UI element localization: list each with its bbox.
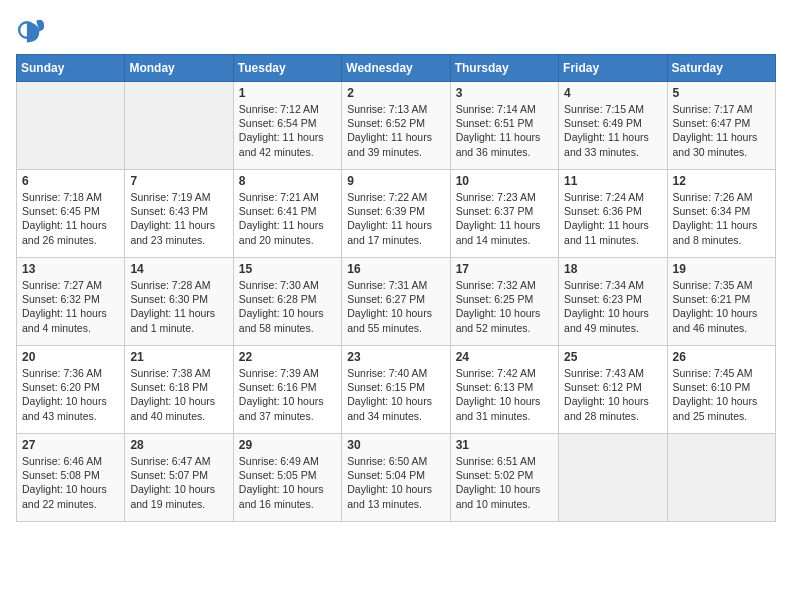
cell-details: Sunrise: 7:28 AM Sunset: 6:30 PM Dayligh… (130, 278, 227, 335)
week-row-5: 27Sunrise: 6:46 AM Sunset: 5:08 PM Dayli… (17, 434, 776, 522)
calendar-body: 1Sunrise: 7:12 AM Sunset: 6:54 PM Daylig… (17, 82, 776, 522)
calendar-cell: 15Sunrise: 7:30 AM Sunset: 6:28 PM Dayli… (233, 258, 341, 346)
calendar-cell: 23Sunrise: 7:40 AM Sunset: 6:15 PM Dayli… (342, 346, 450, 434)
day-header-wednesday: Wednesday (342, 55, 450, 82)
calendar-cell: 29Sunrise: 6:49 AM Sunset: 5:05 PM Dayli… (233, 434, 341, 522)
calendar-cell: 4Sunrise: 7:15 AM Sunset: 6:49 PM Daylig… (559, 82, 667, 170)
cell-details: Sunrise: 7:35 AM Sunset: 6:21 PM Dayligh… (673, 278, 770, 335)
cell-details: Sunrise: 6:51 AM Sunset: 5:02 PM Dayligh… (456, 454, 553, 511)
cell-details: Sunrise: 6:50 AM Sunset: 5:04 PM Dayligh… (347, 454, 444, 511)
cell-details: Sunrise: 7:45 AM Sunset: 6:10 PM Dayligh… (673, 366, 770, 423)
day-number: 11 (564, 174, 661, 188)
day-number: 28 (130, 438, 227, 452)
calendar-cell: 24Sunrise: 7:42 AM Sunset: 6:13 PM Dayli… (450, 346, 558, 434)
day-number: 23 (347, 350, 444, 364)
cell-details: Sunrise: 7:36 AM Sunset: 6:20 PM Dayligh… (22, 366, 119, 423)
cell-details: Sunrise: 7:24 AM Sunset: 6:36 PM Dayligh… (564, 190, 661, 247)
calendar-cell: 1Sunrise: 7:12 AM Sunset: 6:54 PM Daylig… (233, 82, 341, 170)
day-number: 12 (673, 174, 770, 188)
calendar-cell (667, 434, 775, 522)
day-number: 7 (130, 174, 227, 188)
calendar-cell: 22Sunrise: 7:39 AM Sunset: 6:16 PM Dayli… (233, 346, 341, 434)
calendar-cell: 30Sunrise: 6:50 AM Sunset: 5:04 PM Dayli… (342, 434, 450, 522)
calendar-cell: 3Sunrise: 7:14 AM Sunset: 6:51 PM Daylig… (450, 82, 558, 170)
calendar-cell (17, 82, 125, 170)
day-header-saturday: Saturday (667, 55, 775, 82)
cell-details: Sunrise: 7:22 AM Sunset: 6:39 PM Dayligh… (347, 190, 444, 247)
cell-details: Sunrise: 7:38 AM Sunset: 6:18 PM Dayligh… (130, 366, 227, 423)
week-row-2: 6Sunrise: 7:18 AM Sunset: 6:45 PM Daylig… (17, 170, 776, 258)
calendar-cell: 28Sunrise: 6:47 AM Sunset: 5:07 PM Dayli… (125, 434, 233, 522)
day-number: 24 (456, 350, 553, 364)
day-number: 22 (239, 350, 336, 364)
cell-details: Sunrise: 7:26 AM Sunset: 6:34 PM Dayligh… (673, 190, 770, 247)
calendar-cell: 25Sunrise: 7:43 AM Sunset: 6:12 PM Dayli… (559, 346, 667, 434)
day-number: 17 (456, 262, 553, 276)
cell-details: Sunrise: 7:34 AM Sunset: 6:23 PM Dayligh… (564, 278, 661, 335)
day-number: 31 (456, 438, 553, 452)
calendar-cell: 27Sunrise: 6:46 AM Sunset: 5:08 PM Dayli… (17, 434, 125, 522)
calendar-cell: 17Sunrise: 7:32 AM Sunset: 6:25 PM Dayli… (450, 258, 558, 346)
day-number: 9 (347, 174, 444, 188)
day-header-tuesday: Tuesday (233, 55, 341, 82)
calendar-cell: 2Sunrise: 7:13 AM Sunset: 6:52 PM Daylig… (342, 82, 450, 170)
week-row-3: 13Sunrise: 7:27 AM Sunset: 6:32 PM Dayli… (17, 258, 776, 346)
calendar-cell: 9Sunrise: 7:22 AM Sunset: 6:39 PM Daylig… (342, 170, 450, 258)
day-number: 21 (130, 350, 227, 364)
cell-details: Sunrise: 6:49 AM Sunset: 5:05 PM Dayligh… (239, 454, 336, 511)
cell-details: Sunrise: 7:32 AM Sunset: 6:25 PM Dayligh… (456, 278, 553, 335)
day-number: 10 (456, 174, 553, 188)
cell-details: Sunrise: 7:13 AM Sunset: 6:52 PM Dayligh… (347, 102, 444, 159)
day-number: 3 (456, 86, 553, 100)
logo (16, 16, 48, 44)
day-number: 19 (673, 262, 770, 276)
cell-details: Sunrise: 7:12 AM Sunset: 6:54 PM Dayligh… (239, 102, 336, 159)
day-number: 2 (347, 86, 444, 100)
cell-details: Sunrise: 7:15 AM Sunset: 6:49 PM Dayligh… (564, 102, 661, 159)
day-number: 26 (673, 350, 770, 364)
calendar-cell: 11Sunrise: 7:24 AM Sunset: 6:36 PM Dayli… (559, 170, 667, 258)
day-header-thursday: Thursday (450, 55, 558, 82)
calendar-cell: 21Sunrise: 7:38 AM Sunset: 6:18 PM Dayli… (125, 346, 233, 434)
calendar-cell: 14Sunrise: 7:28 AM Sunset: 6:30 PM Dayli… (125, 258, 233, 346)
cell-details: Sunrise: 7:23 AM Sunset: 6:37 PM Dayligh… (456, 190, 553, 247)
calendar-cell (559, 434, 667, 522)
calendar-header-row: SundayMondayTuesdayWednesdayThursdayFrid… (17, 55, 776, 82)
calendar-cell: 26Sunrise: 7:45 AM Sunset: 6:10 PM Dayli… (667, 346, 775, 434)
cell-details: Sunrise: 7:40 AM Sunset: 6:15 PM Dayligh… (347, 366, 444, 423)
cell-details: Sunrise: 6:46 AM Sunset: 5:08 PM Dayligh… (22, 454, 119, 511)
calendar-cell: 7Sunrise: 7:19 AM Sunset: 6:43 PM Daylig… (125, 170, 233, 258)
calendar-cell: 8Sunrise: 7:21 AM Sunset: 6:41 PM Daylig… (233, 170, 341, 258)
calendar-cell: 12Sunrise: 7:26 AM Sunset: 6:34 PM Dayli… (667, 170, 775, 258)
calendar-cell: 13Sunrise: 7:27 AM Sunset: 6:32 PM Dayli… (17, 258, 125, 346)
cell-details: Sunrise: 7:42 AM Sunset: 6:13 PM Dayligh… (456, 366, 553, 423)
day-number: 25 (564, 350, 661, 364)
day-number: 14 (130, 262, 227, 276)
day-number: 20 (22, 350, 119, 364)
cell-details: Sunrise: 7:17 AM Sunset: 6:47 PM Dayligh… (673, 102, 770, 159)
day-number: 5 (673, 86, 770, 100)
cell-details: Sunrise: 7:30 AM Sunset: 6:28 PM Dayligh… (239, 278, 336, 335)
calendar-cell (125, 82, 233, 170)
cell-details: Sunrise: 7:31 AM Sunset: 6:27 PM Dayligh… (347, 278, 444, 335)
cell-details: Sunrise: 7:19 AM Sunset: 6:43 PM Dayligh… (130, 190, 227, 247)
day-header-monday: Monday (125, 55, 233, 82)
day-number: 1 (239, 86, 336, 100)
cell-details: Sunrise: 7:27 AM Sunset: 6:32 PM Dayligh… (22, 278, 119, 335)
day-number: 8 (239, 174, 336, 188)
day-number: 27 (22, 438, 119, 452)
day-number: 6 (22, 174, 119, 188)
cell-details: Sunrise: 7:18 AM Sunset: 6:45 PM Dayligh… (22, 190, 119, 247)
day-header-friday: Friday (559, 55, 667, 82)
calendar-cell: 31Sunrise: 6:51 AM Sunset: 5:02 PM Dayli… (450, 434, 558, 522)
calendar-cell: 6Sunrise: 7:18 AM Sunset: 6:45 PM Daylig… (17, 170, 125, 258)
week-row-4: 20Sunrise: 7:36 AM Sunset: 6:20 PM Dayli… (17, 346, 776, 434)
day-number: 29 (239, 438, 336, 452)
cell-details: Sunrise: 7:14 AM Sunset: 6:51 PM Dayligh… (456, 102, 553, 159)
day-number: 15 (239, 262, 336, 276)
cell-details: Sunrise: 7:39 AM Sunset: 6:16 PM Dayligh… (239, 366, 336, 423)
calendar-cell: 10Sunrise: 7:23 AM Sunset: 6:37 PM Dayli… (450, 170, 558, 258)
calendar-cell: 20Sunrise: 7:36 AM Sunset: 6:20 PM Dayli… (17, 346, 125, 434)
calendar-cell: 18Sunrise: 7:34 AM Sunset: 6:23 PM Dayli… (559, 258, 667, 346)
cell-details: Sunrise: 7:43 AM Sunset: 6:12 PM Dayligh… (564, 366, 661, 423)
